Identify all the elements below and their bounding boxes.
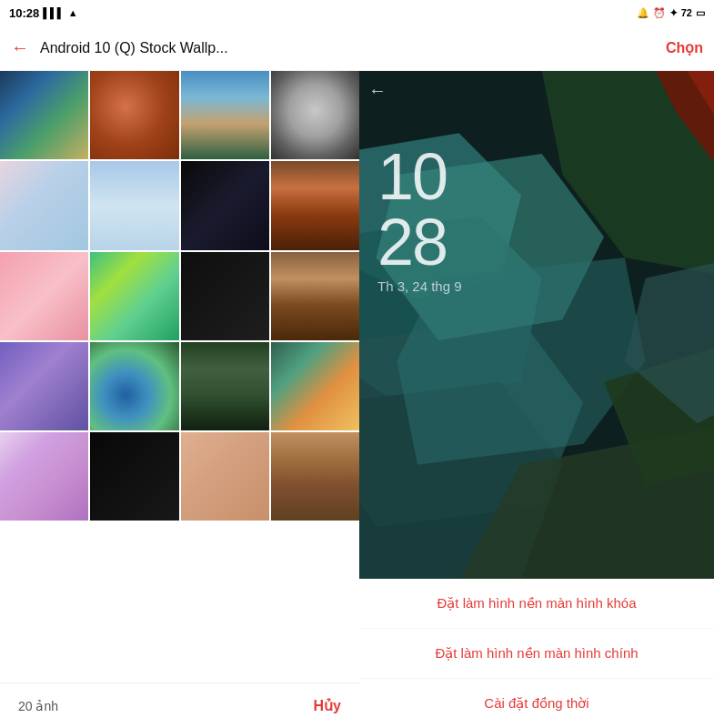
wallpaper-item-coast[interactable]: [181, 71, 269, 159]
wallpaper-item-geo-abstract[interactable]: [271, 342, 359, 430]
wallpaper-item-moon[interactable]: [271, 71, 359, 159]
wallpaper-item-forest[interactable]: [181, 342, 269, 430]
option-both-label: Cài đặt đồng thời: [484, 695, 588, 711]
battery-icon: ▭: [696, 7, 705, 19]
battery-label: 72: [681, 7, 692, 18]
notification-icon: 🔔: [637, 7, 649, 19]
wallpaper-item-crater[interactable]: [271, 252, 359, 340]
alarm-icon: ⏰: [653, 7, 666, 19]
clock-date: Th 3, 24 thg 9: [377, 278, 462, 294]
option-lock-screen-label: Đặt làm hình nền màn hình khóa: [437, 595, 637, 611]
option-both[interactable]: Cài đặt đồng thời: [359, 679, 714, 728]
status-left: 10:28 ▌▌▌ ▲: [9, 6, 78, 20]
wallpaper-item-swirl-purple[interactable]: [0, 342, 88, 430]
wallpaper-item-swirl-blue[interactable]: [0, 161, 88, 249]
wallpaper-item-dark-space[interactable]: [181, 161, 269, 249]
top-bar: ← Android 10 (Q) Stock Wallp... Chọn: [0, 25, 714, 71]
wallpaper-item-character[interactable]: [0, 432, 88, 521]
left-bottom-bar: 20 ảnh Hủy: [0, 682, 359, 728]
signal-icon: ▌▌▌: [43, 7, 64, 18]
status-time: 10:28: [9, 6, 39, 20]
back-button[interactable]: ←: [11, 37, 29, 58]
wallpaper-grid-wrapper: [0, 71, 359, 682]
wallpaper-item-canyon[interactable]: [271, 161, 359, 249]
wallpaper-item-dark2[interactable]: [90, 432, 178, 521]
bluetooth-icon: ✦: [669, 7, 678, 19]
wifi-icon: ▲: [68, 7, 78, 18]
wallpaper-item-earth[interactable]: [0, 71, 88, 159]
wallpaper-preview-bg: ← 10 28 Th 3, 24 thg 9: [359, 71, 714, 579]
clock-minute: 28: [377, 209, 462, 275]
right-panel: ← 10 28 Th 3, 24 thg 9 Đặt làm hình nền …: [359, 71, 714, 728]
option-lock-screen[interactable]: Đặt làm hình nền màn hình khóa: [359, 579, 714, 629]
status-right: 🔔 ⏰ ✦ 72 ▭: [637, 7, 705, 19]
wallpaper-item-mars[interactable]: [90, 71, 178, 159]
chon-button[interactable]: Chọn: [666, 39, 703, 56]
wallpaper-item-dark-minimal[interactable]: [181, 252, 269, 340]
wallpaper-item-green-aurora[interactable]: [90, 252, 178, 340]
wallpaper-item-earth2[interactable]: [90, 342, 178, 430]
option-home-screen-label: Đặt làm hình nền màn hình chính: [435, 645, 638, 661]
main-content: 20 ảnh Hủy: [0, 71, 714, 728]
preview-back-arrow[interactable]: ←: [368, 80, 387, 101]
page-title: Android 10 (Q) Stock Wallp...: [40, 40, 666, 56]
photo-count: 20 ảnh: [18, 699, 58, 713]
preview-clock: 10 28 Th 3, 24 thg 9: [377, 144, 462, 294]
clock-hour: 10: [377, 144, 462, 209]
wallpaper-grid: [0, 71, 359, 521]
wallpaper-item-pink[interactable]: [0, 252, 88, 340]
wallpaper-item-desert[interactable]: [271, 432, 359, 521]
preview-area: ← 10 28 Th 3, 24 thg 9: [359, 71, 714, 579]
status-bar: 10:28 ▌▌▌ ▲ 🔔 ⏰ ✦ 72 ▭: [0, 0, 714, 25]
left-panel: 20 ảnh Hủy: [0, 71, 359, 728]
wallpaper-item-sky-clouds[interactable]: [90, 161, 178, 249]
option-home-screen[interactable]: Đặt làm hình nền màn hình chính: [359, 629, 714, 679]
wallpaper-item-peach[interactable]: [181, 432, 269, 521]
options-area: Đặt làm hình nền màn hình khóa Đặt làm h…: [359, 579, 714, 728]
cancel-button[interactable]: Hủy: [314, 697, 341, 714]
